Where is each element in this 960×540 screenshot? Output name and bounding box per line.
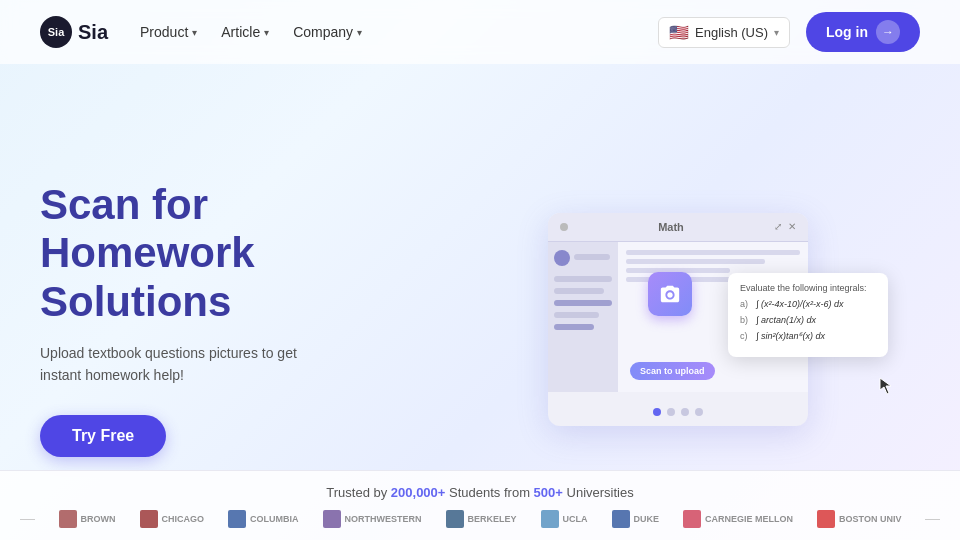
uni-duke: Duke — [612, 510, 660, 528]
cmu-logo-icon — [683, 510, 701, 528]
window-topbar: Math ⤢ ✕ — [548, 213, 808, 242]
hero-title: Scan for Homework Solutions — [40, 181, 436, 326]
scan-button-overlay: Scan to upload — [630, 362, 715, 380]
sidebar-bar — [554, 276, 612, 282]
duke-label: Duke — [634, 514, 660, 524]
nav-company-label: Company — [293, 24, 353, 40]
navbar-right: 🇺🇸 English (US) ▾ Log in → — [658, 12, 920, 52]
window-sidebar — [548, 242, 618, 392]
chevron-down-icon: ▾ — [192, 27, 197, 38]
math-expr-a: ∫ (x²-4x-10)/(x²-x-6) dx — [756, 299, 843, 309]
sidebar-bar-active — [554, 324, 594, 330]
berkeley-label: Berkeley — [468, 514, 517, 524]
login-arrow-icon: → — [876, 20, 900, 44]
upload-icon — [648, 272, 692, 316]
window-share-icon: ⤢ — [774, 221, 782, 232]
berkeley-logo-icon — [446, 510, 464, 528]
sidebar-bar-active — [554, 300, 612, 306]
math-label-a: a) — [740, 299, 750, 309]
window-close-icon: ✕ — [788, 221, 796, 232]
uni-chicago: CHICAGO — [140, 510, 205, 528]
trusted-text: Trusted by — [326, 485, 387, 500]
nav-product[interactable]: Product ▾ — [140, 24, 197, 40]
carousel-dot-2[interactable] — [667, 408, 675, 416]
divider-right — [925, 519, 940, 520]
sidebar-bar — [554, 288, 604, 294]
logo-icon-text: Sia — [48, 26, 65, 38]
camera-icon — [659, 283, 681, 305]
students-count: 200,000+ — [391, 485, 446, 500]
uni-brown: BROWN — [59, 510, 116, 528]
chicago-label: CHICAGO — [162, 514, 205, 524]
nav-company[interactable]: Company ▾ — [293, 24, 362, 40]
login-button[interactable]: Log in → — [806, 12, 920, 52]
universities-count: 500+ — [534, 485, 563, 500]
flag-icon: 🇺🇸 — [669, 23, 689, 42]
logo-name: Sia — [78, 21, 108, 44]
carousel-dots — [548, 408, 808, 426]
hero-title-line2: Homework — [40, 229, 255, 276]
math-item-2: b) ∫ arctan(1/x) dx — [740, 315, 876, 325]
hero-title-line1: Scan for — [40, 181, 208, 228]
uni-columbia: COLUMBIA — [228, 510, 299, 528]
hero-section: Scan for Homework Solutions Upload textb… — [0, 64, 960, 540]
content-line — [626, 259, 765, 264]
nav-article-label: Article — [221, 24, 260, 40]
try-free-label: Try Free — [72, 427, 134, 444]
scan-button-label: Scan to upload — [640, 366, 705, 376]
brown-logo-icon — [59, 510, 77, 528]
northwestern-logo-icon — [323, 510, 341, 528]
math-expr-b: ∫ arctan(1/x) dx — [756, 315, 816, 325]
ucla-logo-icon — [541, 510, 559, 528]
logo-icon: Sia — [40, 16, 72, 48]
try-free-button[interactable]: Try Free — [40, 415, 166, 457]
columbia-label: COLUMBIA — [250, 514, 299, 524]
window-dot — [560, 223, 568, 231]
window-icons: ⤢ ✕ — [774, 221, 796, 232]
students-label: Students from — [449, 485, 530, 500]
nav-article[interactable]: Article ▾ — [221, 24, 269, 40]
brown-label: BROWN — [81, 514, 116, 524]
chicago-logo-icon — [140, 510, 158, 528]
nav-product-label: Product — [140, 24, 188, 40]
math-item-3: c) ∫ sin²(x)tan⁶(x) dx — [740, 331, 876, 341]
navbar: Sia Sia Product ▾ Article ▾ Company ▾ 🇺🇸… — [0, 0, 960, 64]
svg-marker-0 — [880, 378, 891, 394]
columbia-logo-icon — [228, 510, 246, 528]
trusted-section: Trusted by 200,000+ Students from 500+ U… — [0, 470, 960, 540]
carousel-dot-1[interactable] — [653, 408, 661, 416]
hero-image-area: Math ⤢ ✕ — [436, 203, 920, 426]
northwestern-label: Northwestern — [345, 514, 422, 524]
logo[interactable]: Sia Sia — [40, 16, 108, 48]
cmu-label: Carnegie Mellon — [705, 514, 793, 524]
universities-label: Universities — [567, 485, 634, 500]
uni-cmu: Carnegie Mellon — [683, 510, 793, 528]
carousel-dot-3[interactable] — [681, 408, 689, 416]
chevron-down-icon: ▾ — [774, 27, 779, 38]
carousel-dot-4[interactable] — [695, 408, 703, 416]
sidebar-bar — [574, 254, 610, 260]
math-item-1: a) ∫ (x²-4x-10)/(x²-x-6) dx — [740, 299, 876, 309]
hero-title-line3: Solutions — [40, 278, 231, 325]
university-logos: BROWN CHICAGO COLUMBIA Northwestern Berk… — [20, 510, 940, 528]
uni-ucla: UCLA — [541, 510, 588, 528]
uni-berkeley: Berkeley — [446, 510, 517, 528]
math-panel-title: Evaluate the following integrals: — [740, 283, 876, 293]
ucla-label: UCLA — [563, 514, 588, 524]
hero-subtitle: Upload textbook questions pictures to ge… — [40, 342, 340, 387]
duke-logo-icon — [612, 510, 630, 528]
login-label: Log in — [826, 24, 868, 40]
content-line — [626, 250, 800, 255]
math-solution-panel: Evaluate the following integrals: a) ∫ (… — [728, 273, 888, 357]
chevron-down-icon: ▾ — [357, 27, 362, 38]
uni-boston: Boston Univ — [817, 510, 901, 528]
chevron-down-icon: ▾ — [264, 27, 269, 38]
language-label: English (US) — [695, 25, 768, 40]
boston-logo-icon — [817, 510, 835, 528]
sidebar-bar — [554, 312, 599, 318]
boston-label: Boston Univ — [839, 514, 901, 524]
navbar-left: Sia Sia Product ▾ Article ▾ Company ▾ — [40, 16, 362, 48]
uni-northwestern: Northwestern — [323, 510, 422, 528]
math-label-b: b) — [740, 315, 750, 325]
language-selector[interactable]: 🇺🇸 English (US) ▾ — [658, 17, 790, 48]
